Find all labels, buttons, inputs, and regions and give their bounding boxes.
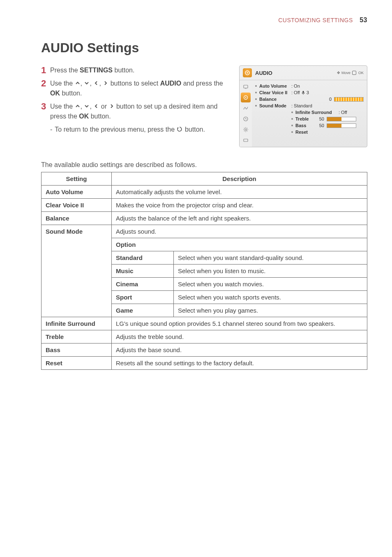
left-icon bbox=[93, 80, 99, 86]
osd-header: AUDIO ✥ Move OK bbox=[240, 66, 367, 80]
section-title: CUSTOMIZING SETTINGS bbox=[278, 17, 353, 23]
osd-row-infinite[interactable]: Infinite Surround : Off bbox=[291, 109, 364, 116]
nav-audio-icon[interactable] bbox=[241, 93, 251, 102]
step-sub: - To return to the previous menu, press … bbox=[50, 125, 231, 135]
svg-point-8 bbox=[245, 129, 247, 130]
svg-point-6 bbox=[245, 97, 247, 98]
bass-bar bbox=[327, 123, 356, 128]
step-text: Use the , , or button to set up a desire… bbox=[50, 102, 231, 121]
osd-row-bass[interactable]: Bass 50 bbox=[291, 122, 364, 129]
table-row: Bass Adjusts the base sound. bbox=[42, 343, 367, 357]
svg-point-2 bbox=[247, 72, 248, 74]
osd-title: AUDIO bbox=[255, 70, 337, 76]
col-description: Description bbox=[112, 172, 367, 186]
ok-hint-icon bbox=[352, 71, 356, 75]
intro-text: The available audio settings are describ… bbox=[41, 161, 367, 169]
treble-bar bbox=[327, 117, 356, 121]
right-icon bbox=[109, 103, 115, 109]
up-icon bbox=[75, 80, 81, 86]
svg-rect-3 bbox=[244, 85, 248, 88]
step-text: Press the SETTINGS button. bbox=[50, 65, 231, 75]
nav-time-icon[interactable] bbox=[241, 114, 251, 124]
step-1: 1 Press the SETTINGS button. bbox=[41, 65, 231, 75]
svg-rect-10 bbox=[302, 91, 304, 93]
steps-list: 1 Press the SETTINGS button. 2 Use the ,… bbox=[41, 65, 231, 135]
left-icon bbox=[93, 103, 99, 109]
page-number: 53 bbox=[360, 16, 367, 23]
step-2: 2 Use the , , , buttons to select AUDIO … bbox=[41, 79, 231, 98]
col-setting: Setting bbox=[42, 172, 112, 186]
step-number: 1 bbox=[41, 65, 50, 75]
step-number: 3 bbox=[41, 102, 50, 111]
down-icon bbox=[84, 80, 90, 86]
voice-icon bbox=[301, 91, 305, 95]
osd-row-auto-volume[interactable]: Auto Volume : On bbox=[255, 83, 364, 89]
nav-picture-icon[interactable] bbox=[241, 82, 251, 92]
svg-rect-9 bbox=[244, 139, 248, 142]
table-row: Treble Adjusts the treble sound. bbox=[42, 330, 367, 343]
right-icon bbox=[103, 80, 108, 86]
osd-row-reset[interactable]: Reset bbox=[291, 129, 364, 135]
osd-row-treble[interactable]: Treble 50 bbox=[291, 116, 364, 122]
move-hint-icon: ✥ bbox=[337, 71, 340, 75]
table-row: Clear Voice II Makes the voice from the … bbox=[42, 199, 367, 212]
page-title: AUDIO Settings bbox=[41, 40, 367, 56]
osd-nav bbox=[240, 80, 252, 147]
nav-option-icon[interactable] bbox=[241, 125, 251, 135]
osd-hint: ✥ Move OK bbox=[337, 71, 364, 75]
table-row: Auto Volume Automatically adjusts the vo… bbox=[42, 186, 367, 199]
osd-row-balance[interactable]: Balance 0 bbox=[255, 96, 364, 102]
table-row: Sound Mode Adjusts sound. bbox=[42, 225, 367, 238]
osd-row-sound-mode[interactable]: Sound Mode : Standard bbox=[255, 102, 364, 109]
audio-icon bbox=[243, 68, 252, 77]
back-icon bbox=[176, 125, 183, 132]
table-row: Infinite Surround LG's unique sound opti… bbox=[42, 317, 367, 330]
step-text: Use the , , , buttons to select AUDIO an… bbox=[50, 79, 231, 98]
nav-channel-icon[interactable] bbox=[241, 103, 251, 113]
nav-input-icon[interactable] bbox=[241, 135, 251, 145]
table-row: Balance Adjusts the balance of the left … bbox=[42, 212, 367, 225]
svg-rect-4 bbox=[245, 88, 247, 89]
table-row: Reset Resets all the sound settings to t… bbox=[42, 357, 367, 370]
page-header: CUSTOMIZING SETTINGS 53 bbox=[41, 16, 367, 24]
osd-panel: AUDIO ✥ Move OK A bbox=[239, 65, 367, 147]
step-number: 2 bbox=[41, 79, 50, 88]
osd-row-clear-voice[interactable]: Clear Voice II : Off 3 bbox=[255, 89, 364, 96]
settings-table: Setting Description Auto Volume Automati… bbox=[41, 172, 367, 370]
balance-bar bbox=[334, 97, 364, 102]
step-3: 3 Use the , , or button to set up a desi… bbox=[41, 102, 231, 121]
osd-list: Auto Volume : On Clear Voice II : Off 3 bbox=[252, 80, 367, 147]
down-icon bbox=[84, 103, 90, 109]
up-icon bbox=[75, 103, 81, 109]
